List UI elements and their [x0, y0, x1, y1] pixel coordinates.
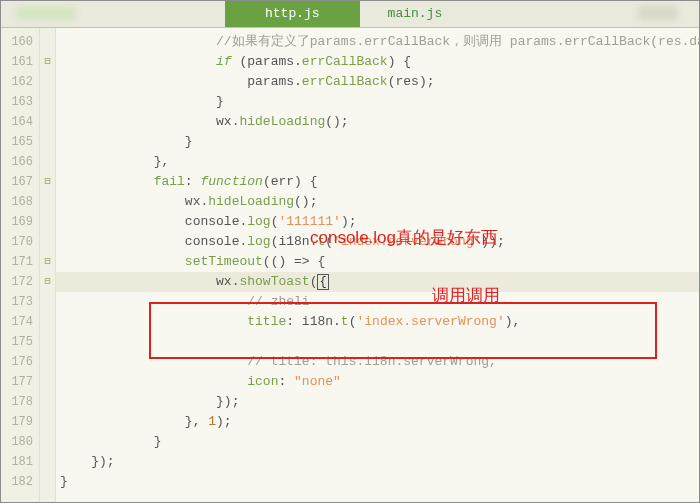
code-line[interactable]: // title: this.i18n.serverWrong, [56, 352, 700, 372]
line-number: 182 [0, 472, 33, 492]
line-number: 179 [0, 412, 33, 432]
code-line[interactable]: } [56, 432, 700, 452]
fold-marker[interactable]: ⊟ [40, 272, 55, 292]
fold-marker [40, 112, 55, 132]
code-line[interactable]: } [56, 472, 700, 492]
fold-marker [40, 392, 55, 412]
line-number: 162 [0, 72, 33, 92]
line-number: 166 [0, 152, 33, 172]
fold-marker [40, 312, 55, 332]
fold-marker [40, 412, 55, 432]
code-editor[interactable]: 1601611621631641651661671681691701711721… [0, 28, 700, 503]
fold-marker[interactable]: ⊟ [40, 172, 55, 192]
fold-marker [40, 192, 55, 212]
code-line[interactable]: console.log(i18n.t('index.serverWrong'))… [56, 232, 700, 252]
fold-marker [40, 212, 55, 232]
code-line[interactable]: }, 1); [56, 412, 700, 432]
line-number: 175 [0, 332, 33, 352]
fold-marker [40, 472, 55, 492]
fold-marker [40, 152, 55, 172]
code-line[interactable]: fail: function(err) { [56, 172, 700, 192]
line-number: 172 [0, 272, 33, 292]
line-number: 165 [0, 132, 33, 152]
line-number: 168 [0, 192, 33, 212]
fold-marker [40, 372, 55, 392]
fold-marker [40, 32, 55, 52]
fold-marker [40, 232, 55, 252]
code-line[interactable]: icon: "none" [56, 372, 700, 392]
fold-marker [40, 72, 55, 92]
code-line[interactable]: } [56, 132, 700, 152]
code-line[interactable] [56, 332, 700, 352]
fold-marker[interactable]: ⊟ [40, 252, 55, 272]
line-number-gutter: 1601611621631641651661671681691701711721… [0, 28, 40, 503]
code-line[interactable]: } [56, 92, 700, 112]
fold-marker [40, 352, 55, 372]
code-line[interactable]: if (params.errCallBack) { [56, 52, 700, 72]
line-number: 160 [0, 32, 33, 52]
tab-main-js[interactable]: main.js [360, 1, 471, 27]
line-number: 171 [0, 252, 33, 272]
code-line[interactable]: }); [56, 452, 700, 472]
code-line[interactable]: console.log('111111'); [56, 212, 700, 232]
code-line[interactable]: }, [56, 152, 700, 172]
fold-marker[interactable]: ⊟ [40, 52, 55, 72]
fold-marker [40, 432, 55, 452]
code-line[interactable]: wx.showToast({ [56, 272, 700, 292]
fold-marker [40, 452, 55, 472]
line-number: 173 [0, 292, 33, 312]
line-number: 178 [0, 392, 33, 412]
line-number: 181 [0, 452, 33, 472]
tab-bar: http.js main.js [0, 0, 700, 28]
code-area[interactable]: //如果有定义了params.errCallBack，则调用 params.er… [56, 28, 700, 503]
code-line[interactable]: params.errCallBack(res); [56, 72, 700, 92]
line-number: 163 [0, 92, 33, 112]
line-number: 176 [0, 352, 33, 372]
line-number: 174 [0, 312, 33, 332]
fold-marker [40, 92, 55, 112]
line-number: 177 [0, 372, 33, 392]
line-number: 161 [0, 52, 33, 72]
line-number: 164 [0, 112, 33, 132]
code-line[interactable]: }); [56, 392, 700, 412]
code-line[interactable]: setTimeout(() => { [56, 252, 700, 272]
blur-decoration [638, 6, 678, 20]
line-number: 180 [0, 432, 33, 452]
fold-column: ⊟⊟⊟⊟ [40, 28, 56, 503]
code-line[interactable]: // zheli [56, 292, 700, 312]
fold-marker [40, 132, 55, 152]
code-line[interactable]: title: i18n.t('index.serverWrong'), [56, 312, 700, 332]
line-number: 170 [0, 232, 33, 252]
tab-http-js[interactable]: http.js [225, 1, 360, 27]
code-line[interactable]: wx.hideLoading(); [56, 192, 700, 212]
code-line[interactable]: wx.hideLoading(); [56, 112, 700, 132]
blur-decoration [16, 6, 76, 20]
line-number: 167 [0, 172, 33, 192]
fold-marker [40, 332, 55, 352]
line-number: 169 [0, 212, 33, 232]
code-line[interactable]: //如果有定义了params.errCallBack，则调用 params.er… [56, 32, 700, 52]
fold-marker [40, 292, 55, 312]
